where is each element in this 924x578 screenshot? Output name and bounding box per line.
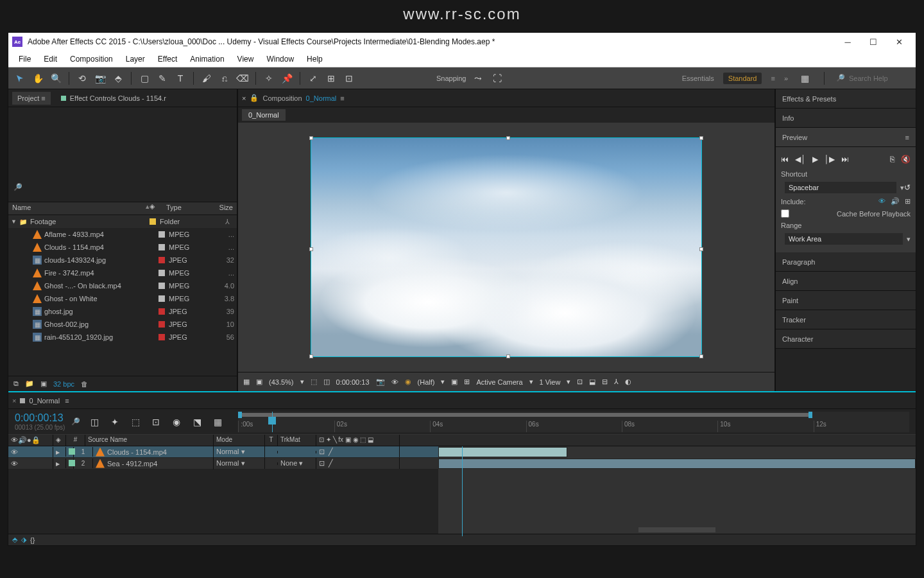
minimize-button[interactable]: ─ <box>835 33 860 51</box>
video-toggle-icon[interactable]: 👁 <box>11 448 18 456</box>
file-row[interactable]: ▦ghost.jpgJPEG39 <box>8 305 237 318</box>
flowchart-icon[interactable]: ⅄ <box>225 218 234 226</box>
folder-row[interactable]: ▼ 📁 Footage Folder ⅄ <box>8 215 237 228</box>
comp-nav-tab[interactable]: 0_Normal <box>242 109 286 121</box>
canvas[interactable] <box>311 138 701 356</box>
transform-handle[interactable] <box>309 136 313 140</box>
panel-preview[interactable]: Preview≡ <box>776 128 916 147</box>
work-area-bar[interactable] <box>238 413 809 417</box>
include-audio-icon[interactable]: 🔊 <box>891 197 900 206</box>
col-trkmat[interactable]: TrkMat <box>278 435 316 446</box>
file-row[interactable]: Ghost -...- On black.mp4MPEG4.0 <box>8 279 237 292</box>
label-swatch[interactable] <box>158 231 165 238</box>
label-swatch[interactable] <box>158 270 165 276</box>
orbit-tool[interactable]: ⟲ <box>74 71 90 86</box>
trkmat-dropdown[interactable]: None ▾ <box>280 459 303 467</box>
zoom-value[interactable]: (43.5%) <box>269 378 294 386</box>
views-dropdown[interactable]: 1 View <box>540 378 561 386</box>
panel-menu-icon[interactable]: ≡ <box>41 94 45 102</box>
puppet-tool[interactable]: 📌 <box>279 71 295 86</box>
magnification-icon[interactable]: ▦ <box>243 378 250 386</box>
pixel-aspect-icon[interactable]: ⊡ <box>577 378 583 386</box>
file-row[interactable]: Aflame - 4933.mp4MPEG... <box>8 228 237 241</box>
video-toggle-icon[interactable]: 👁 <box>11 460 18 468</box>
time-ruler[interactable]: :00s02s04s06s08s10s12s <box>238 412 909 432</box>
graph-editor-icon[interactable]: ⬔ <box>189 414 205 430</box>
panel-menu-icon[interactable]: ≡ <box>905 134 909 141</box>
col-source[interactable]: Source Name <box>85 435 214 446</box>
col-label-icon[interactable]: ◈ <box>150 202 162 215</box>
bpc-button[interactable]: 32 bpc <box>53 380 74 388</box>
zoom-slider[interactable] <box>638 527 715 532</box>
grid-guides-icon[interactable]: ⊞ <box>464 378 470 386</box>
cti-line[interactable] <box>462 446 463 536</box>
local-axis-icon[interactable]: ⤢ <box>305 71 321 86</box>
range-dropdown[interactable]: Work Area <box>785 233 903 245</box>
project-search-input[interactable] <box>13 191 232 199</box>
file-row[interactable]: ▦rain-455120_1920.jpgJPEG56 <box>8 331 237 344</box>
mask-icon[interactable]: ◫ <box>323 378 330 386</box>
panel-menu-icon[interactable]: ≡ <box>65 397 69 405</box>
transform-handle[interactable] <box>699 136 703 140</box>
panel-paragraph[interactable]: Paragraph <box>776 252 916 272</box>
menu-edit[interactable]: Edit <box>37 55 64 64</box>
collapse-icon[interactable]: ⊡ <box>319 448 325 456</box>
roi-icon[interactable]: ▣ <box>451 378 458 386</box>
workspace-overflow-icon[interactable]: » <box>784 74 788 82</box>
prev-frame-button[interactable]: ◀│ <box>795 155 806 164</box>
timeline-icon[interactable]: ⊟ <box>602 378 608 386</box>
layer-row[interactable]: 👁▶2Sea - 4912.mp4Normal ▾None ▾⊡╱ <box>8 458 438 469</box>
mode-dropdown[interactable]: Normal ▾ <box>216 459 245 467</box>
current-time[interactable]: 0:00:00:13 <box>336 378 370 386</box>
channel-icon[interactable]: ◉ <box>405 378 411 386</box>
workspace-essentials[interactable]: Essentials <box>682 74 714 82</box>
tab-effect-controls[interactable]: Effect Controls Clouds - 1154.r <box>56 92 171 105</box>
panel-tracker[interactable]: Tracker <box>776 310 916 329</box>
shape-tool[interactable]: ▢ <box>137 71 152 86</box>
toggle-brackets-icon[interactable]: {} <box>30 536 35 544</box>
col-mode[interactable]: Mode <box>214 435 265 446</box>
transform-handle[interactable] <box>699 247 703 251</box>
dropdown-icon[interactable]: ▾ <box>300 378 304 386</box>
shortcut-dropdown[interactable]: Spacebar <box>785 182 896 193</box>
roto-tool[interactable]: ✧ <box>261 71 277 86</box>
mode-dropdown[interactable]: Normal ▾ <box>216 448 245 455</box>
label-swatch[interactable] <box>158 257 165 263</box>
work-area-start[interactable] <box>238 412 242 418</box>
eraser-tool[interactable]: ⌫ <box>235 71 250 86</box>
shy-icon[interactable]: ⬚ <box>128 414 143 430</box>
type-tool[interactable]: T <box>173 71 188 86</box>
work-area-end[interactable] <box>809 412 812 418</box>
collapse-icon[interactable]: ⊡ <box>319 459 325 468</box>
composition-name-link[interactable]: 0_Normal <box>306 94 337 102</box>
track-area[interactable] <box>438 446 916 534</box>
quality-icon[interactable]: ╱ <box>329 459 333 468</box>
snap-bounds-icon[interactable]: ⛶ <box>490 71 505 86</box>
transform-handle[interactable] <box>506 355 510 358</box>
current-time-indicator[interactable] <box>272 412 273 432</box>
panel-info[interactable]: Info <box>776 109 916 128</box>
label-swatch[interactable] <box>158 308 165 315</box>
search-icon[interactable]: 🔎 <box>71 417 80 426</box>
toggle-switches-icon[interactable]: ⬘ <box>12 536 17 544</box>
label-swatch[interactable] <box>158 283 165 289</box>
clone-tool[interactable]: ⎌ <box>217 71 232 86</box>
col-name[interactable]: Name <box>8 202 146 215</box>
include-video-icon[interactable]: 👁 <box>878 197 886 206</box>
first-frame-button[interactable]: ⏮ <box>781 155 789 164</box>
panel-character[interactable]: Character <box>776 329 916 349</box>
fast-preview-icon[interactable]: ⬓ <box>589 378 595 386</box>
twirl-icon[interactable]: ▶ <box>56 461 60 467</box>
include-overlays-icon[interactable]: ⊞ <box>905 197 911 206</box>
menu-animation[interactable]: Animation <box>184 55 230 64</box>
lock-icon[interactable]: 🔒 <box>250 94 259 102</box>
camera-dropdown[interactable]: Active Camera <box>476 378 522 386</box>
camera-tool[interactable]: 📷 <box>92 71 108 86</box>
panel-effects-presets[interactable]: Effects & Presets <box>776 89 916 109</box>
timecode[interactable]: 0:00:00:13 <box>15 412 65 424</box>
layer-row[interactable]: 👁▶1Clouds - 1154.mp4Normal ▾⊡╱ <box>8 446 438 458</box>
label-swatch[interactable] <box>158 244 165 250</box>
transform-handle[interactable] <box>506 136 510 140</box>
transform-handle[interactable] <box>699 355 703 358</box>
panel-paint[interactable]: Paint <box>776 291 916 310</box>
